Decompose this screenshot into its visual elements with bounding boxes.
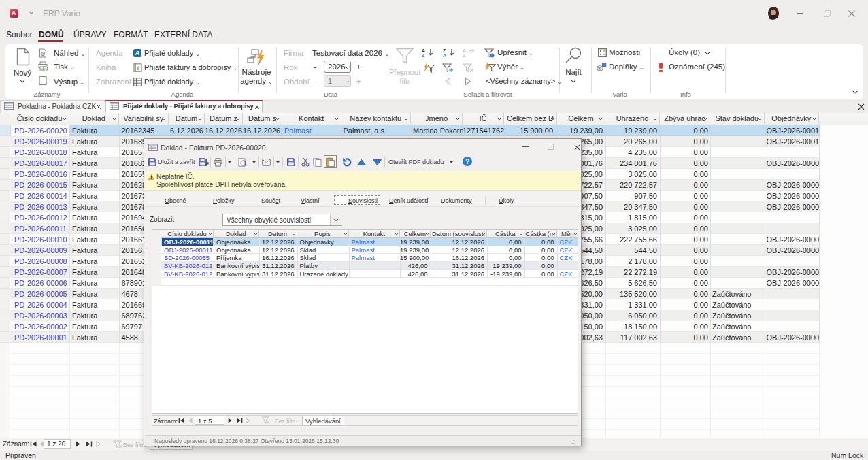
svg-text:Z: Z xyxy=(443,48,446,53)
svg-text:Z: Z xyxy=(463,53,466,57)
svg-text:A: A xyxy=(463,48,466,53)
svg-text:A: A xyxy=(443,53,446,57)
svg-text:Z: Z xyxy=(422,53,425,57)
svg-text:A: A xyxy=(422,48,425,53)
